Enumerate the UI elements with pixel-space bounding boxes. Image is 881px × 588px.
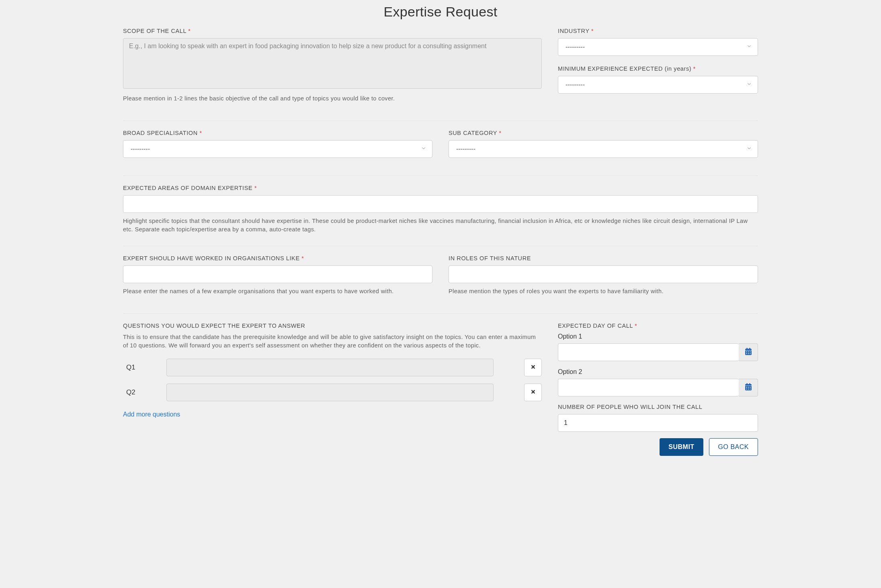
domain-expertise-input[interactable] <box>123 195 758 213</box>
close-icon <box>531 389 536 396</box>
question-input[interactable] <box>166 359 494 376</box>
divider <box>123 176 758 176</box>
roles-input[interactable] <box>449 265 758 283</box>
call-day-option-2-input[interactable] <box>558 379 739 396</box>
close-icon <box>531 364 536 371</box>
num-people-input[interactable] <box>558 414 758 432</box>
page-title: Expertise Request <box>123 4 758 20</box>
broad-spec-select[interactable]: --------- <box>123 140 432 158</box>
domain-expertise-label: EXPECTED AREAS OF DOMAIN EXPERTISE * <box>123 185 758 191</box>
calendar-icon <box>745 383 752 392</box>
orgs-help: Please enter the names of a few example … <box>123 287 432 296</box>
industry-select[interactable]: --------- <box>558 38 758 56</box>
call-day-label-text: EXPECTED DAY OF CALL <box>558 323 633 329</box>
min-experience-selected: --------- <box>565 81 585 88</box>
questions-label: QUESTIONS YOU WOULD EXPECT THE EXPERT TO… <box>123 323 542 329</box>
sub-category-select[interactable]: --------- <box>449 140 758 158</box>
industry-label-text: INDUSTRY <box>558 28 589 34</box>
chevron-down-icon <box>746 43 752 51</box>
required-marker: * <box>499 130 501 136</box>
broad-spec-label-text: BROAD SPECIALISATION <box>123 130 198 136</box>
question-label: Q2 <box>126 388 142 396</box>
broad-spec-label: BROAD SPECIALISATION * <box>123 130 432 136</box>
num-people-label: NUMBER OF PEOPLE WHO WILL JOIN THE CALL <box>558 404 758 410</box>
call-day-option-label: Option 2 <box>558 368 758 376</box>
call-day-label: EXPECTED DAY OF CALL * <box>558 323 758 329</box>
sub-category-selected: --------- <box>456 145 475 153</box>
calendar-button[interactable] <box>739 343 758 361</box>
remove-question-button[interactable] <box>524 359 542 376</box>
question-row: Q1 <box>123 359 542 376</box>
required-marker: * <box>693 65 696 72</box>
orgs-input[interactable] <box>123 265 432 283</box>
calendar-icon <box>745 348 752 357</box>
min-experience-label-text: MINIMUM EXPERIENCE EXPECTED (in years) <box>558 65 691 72</box>
call-day-option-1-group <box>558 343 758 361</box>
domain-expertise-help: Highlight specific topics that the consu… <box>123 217 758 234</box>
min-experience-label: MINIMUM EXPERIENCE EXPECTED (in years) * <box>558 65 758 72</box>
roles-help: Please mention the types of roles you wa… <box>449 287 758 296</box>
scope-textarea[interactable] <box>123 38 542 89</box>
orgs-label-text: EXPERT SHOULD HAVE WORKED IN ORGANISATIO… <box>123 255 300 261</box>
question-label: Q1 <box>126 363 142 372</box>
domain-expertise-label-text: EXPECTED AREAS OF DOMAIN EXPERTISE <box>123 185 252 191</box>
divider <box>123 313 758 314</box>
min-experience-select[interactable]: --------- <box>558 76 758 94</box>
remove-question-button[interactable] <box>524 384 542 401</box>
add-more-questions-link[interactable]: Add more questions <box>123 411 180 418</box>
roles-label: IN ROLES OF THIS NATURE <box>449 255 758 261</box>
scope-label: SCOPE OF THE CALL * <box>123 28 542 34</box>
broad-spec-selected: --------- <box>131 145 150 153</box>
required-marker: * <box>591 28 594 34</box>
divider <box>123 246 758 246</box>
required-marker: * <box>254 185 257 191</box>
required-marker: * <box>635 323 637 329</box>
required-marker: * <box>199 130 202 136</box>
orgs-label: EXPERT SHOULD HAVE WORKED IN ORGANISATIO… <box>123 255 432 261</box>
questions-help: This is to ensure that the candidate has… <box>123 333 542 350</box>
industry-label: INDUSTRY * <box>558 28 758 34</box>
go-back-button[interactable]: GO BACK <box>709 438 758 456</box>
question-input[interactable] <box>166 384 494 401</box>
divider <box>123 120 758 121</box>
submit-button[interactable]: SUBMIT <box>660 438 703 456</box>
required-marker: * <box>301 255 304 261</box>
calendar-button[interactable] <box>739 379 758 396</box>
industry-selected: --------- <box>565 43 585 51</box>
call-day-option-2-group <box>558 379 758 396</box>
required-marker: * <box>188 28 191 34</box>
sub-category-label: SUB CATEGORY * <box>449 130 758 136</box>
scope-label-text: SCOPE OF THE CALL <box>123 28 186 34</box>
call-day-option-1-input[interactable] <box>558 343 739 361</box>
chevron-down-icon <box>746 81 752 88</box>
sub-category-label-text: SUB CATEGORY <box>449 130 497 136</box>
call-day-option-label: Option 1 <box>558 333 758 340</box>
question-row: Q2 <box>123 384 542 401</box>
chevron-down-icon <box>421 145 426 153</box>
scope-help: Please mention in 1-2 lines the basic ob… <box>123 94 542 103</box>
chevron-down-icon <box>746 145 752 153</box>
